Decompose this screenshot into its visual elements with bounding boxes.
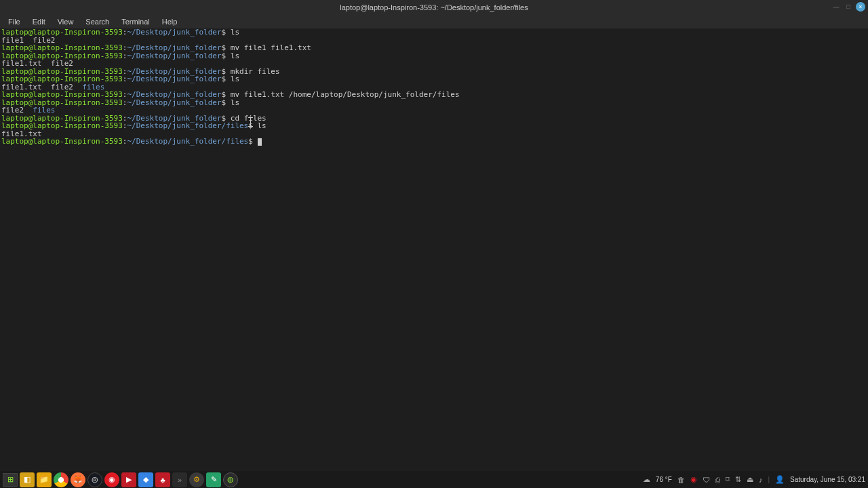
network-tray-icon[interactable]: ⇅	[735, 475, 741, 484]
window-title: laptop@laptop-Inspiron-3593: ~/Desktop/j…	[340, 3, 528, 12]
terminal-cursor	[258, 138, 262, 146]
menu-bar: File Edit View Search Terminal Help	[0, 15, 868, 28]
menu-file[interactable]: File	[3, 16, 26, 27]
app-icon-2[interactable]: ♣	[155, 472, 170, 487]
command-text: mv file1.txt /home/laptop/Desktop/junk_f…	[231, 90, 460, 99]
steam-icon[interactable]: ◎	[87, 472, 102, 487]
app-icon-4[interactable]: ✎	[206, 472, 221, 487]
bluetooth-tray-icon[interactable]: ⌑	[726, 475, 730, 484]
prompt-dollar: $	[222, 52, 231, 60]
mouse-ibeam-cursor	[248, 117, 253, 127]
terminal-line: laptop@laptop-Inspiron-3593:~/Desktop/ju…	[1, 138, 867, 146]
chrome-icon[interactable]	[54, 472, 68, 487]
prompt-path: ~/Desktop/junk_folder/files	[127, 121, 248, 130]
minimize-button[interactable]: —	[831, 2, 841, 12]
system-tray: ☁ 76 °F 🗑 ◉ 🛡 ⎙ ⌑ ⇅ ⏏ ♪ | 👤 Saturday, Ju…	[643, 475, 865, 484]
maximize-button[interactable]: □	[844, 2, 853, 12]
start-menu-button[interactable]: ⊞	[3, 473, 18, 487]
menu-view[interactable]: View	[52, 16, 79, 27]
weather-text[interactable]: 76 °F	[656, 476, 672, 483]
command-text: ls	[231, 28, 239, 37]
prompt-dollar: $	[248, 137, 257, 146]
command-text: ls	[231, 75, 239, 83]
terminal-line: laptop@laptop-Inspiron-3593:~/Desktop/ju…	[1, 28, 867, 37]
window-controls: — □ ×	[831, 2, 865, 12]
menu-edit[interactable]: Edit	[27, 16, 51, 27]
terminal-line: laptop@laptop-Inspiron-3593:~/Desktop/ju…	[1, 52, 867, 60]
close-button[interactable]: ×	[856, 2, 865, 12]
volume-tray-icon[interactable]: ♪	[759, 476, 763, 484]
firefox-icon[interactable]: 🦊	[71, 472, 85, 487]
music-icon[interactable]: ◉	[104, 472, 119, 487]
prompt-path: ~/Desktop/junk_folder	[127, 75, 221, 83]
command-text: ls	[231, 98, 239, 107]
terminal-line: laptop@laptop-Inspiron-3593:~/Desktop/ju…	[1, 99, 867, 107]
window-titlebar[interactable]: laptop@laptop-Inspiron-3593: ~/Desktop/j…	[0, 0, 868, 15]
prompt-path: ~/Desktop/junk_folder	[127, 28, 221, 37]
app-icon-3[interactable]: »	[172, 472, 187, 487]
trash-tray-icon[interactable]: 🗑	[677, 476, 685, 484]
command-text: ls	[258, 121, 267, 130]
app-icon-1[interactable]: ◆	[138, 472, 153, 487]
weather-icon[interactable]: ☁	[643, 475, 650, 484]
terminal-window: laptop@laptop-Inspiron-3593: ~/Desktop/j…	[0, 0, 868, 471]
taskbar-launchers: ⊞ ◧ 📁 🦊 ◎ ◉ ▶ ◆ ♣ » ⚙ ✎ ◍	[3, 472, 238, 487]
terminal-content[interactable]: laptop@laptop-Inspiron-3593:~/Desktop/ju…	[0, 28, 868, 471]
command-text: ls	[231, 52, 239, 60]
updates-tray-icon[interactable]: 🛡	[703, 476, 710, 484]
prompt-dollar: $	[222, 28, 231, 37]
clock-text[interactable]: Saturday, June 15, 03:21	[790, 476, 865, 483]
prompt-path: ~/Desktop/junk_folder	[127, 98, 221, 107]
mint-menu-icon[interactable]: ◍	[223, 472, 238, 487]
command-text: mv file1 file1.txt	[231, 43, 311, 52]
terminal-line: laptop@laptop-Inspiron-3593:~/Desktop/ju…	[1, 122, 867, 130]
usb-tray-icon[interactable]: ⏏	[747, 475, 753, 484]
system-taskbar: ⊞ ◧ 📁 🦊 ◎ ◉ ▶ ◆ ♣ » ⚙ ✎ ◍ ☁ 76 °F 🗑 ◉ 🛡 …	[0, 471, 868, 488]
file-manager-icon[interactable]: 📁	[37, 472, 52, 487]
record-tray-icon[interactable]: ◉	[690, 475, 697, 484]
terminal-line: laptop@laptop-Inspiron-3593:~/Desktop/ju…	[1, 75, 867, 83]
settings-icon[interactable]: ⚙	[189, 472, 204, 487]
prompt-user-host: laptop@laptop-Inspiron-3593	[1, 137, 123, 146]
prompt-path: ~/Desktop/junk_folder/files	[127, 137, 248, 146]
show-desktop-icon[interactable]: ◧	[20, 472, 35, 487]
clipboard-tray-icon[interactable]: ⎙	[715, 476, 720, 484]
menu-help[interactable]: Help	[157, 16, 183, 27]
prompt-dollar: $	[222, 98, 231, 107]
prompt-path: ~/Desktop/junk_folder	[127, 52, 221, 60]
user-tray-icon[interactable]: 👤	[775, 475, 785, 484]
tray-separator: |	[768, 476, 770, 483]
menu-search[interactable]: Search	[80, 16, 115, 27]
media-player-icon[interactable]: ▶	[121, 472, 136, 487]
prompt-dollar: $	[222, 75, 231, 83]
menu-terminal[interactable]: Terminal	[116, 16, 155, 27]
